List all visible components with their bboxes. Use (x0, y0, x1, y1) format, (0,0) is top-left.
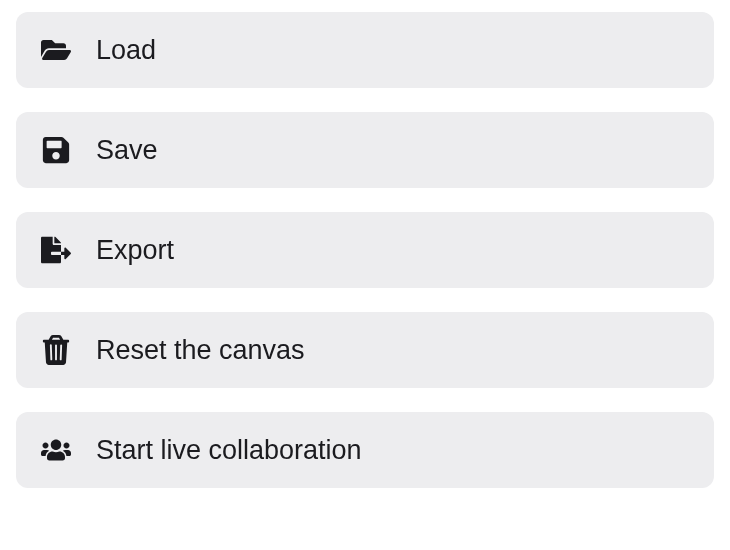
menu-item-label: Reset the canvas (96, 335, 305, 366)
trash-icon (40, 334, 72, 366)
menu-item-label: Export (96, 235, 174, 266)
menu-item-reset-canvas[interactable]: Reset the canvas (16, 312, 714, 388)
menu-item-export[interactable]: Export (16, 212, 714, 288)
menu-item-label: Save (96, 135, 158, 166)
menu-item-live-collaboration[interactable]: Start live collaboration (16, 412, 714, 488)
users-icon (40, 434, 72, 466)
menu-item-label: Load (96, 35, 156, 66)
export-icon (40, 234, 72, 266)
menu-item-save[interactable]: Save (16, 112, 714, 188)
menu-list: Load Save Export Reset the canvas Start … (16, 12, 714, 488)
menu-item-load[interactable]: Load (16, 12, 714, 88)
save-icon (40, 134, 72, 166)
folder-open-icon (40, 34, 72, 66)
menu-item-label: Start live collaboration (96, 435, 362, 466)
